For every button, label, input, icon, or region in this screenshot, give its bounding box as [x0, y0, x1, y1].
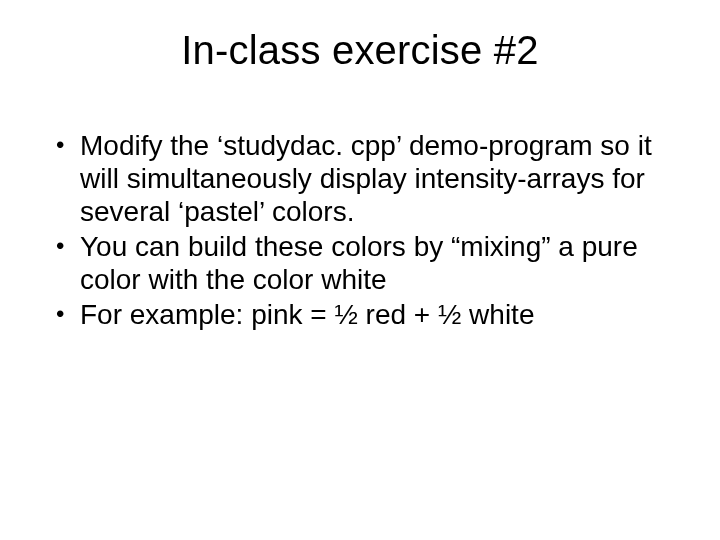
bullet-list: Modify the ‘studydac. cpp’ demo-program …: [40, 129, 680, 331]
bullet-item: For example: pink = ½ red + ½ white: [50, 298, 670, 331]
bullet-item: You can build these colors by “mixing” a…: [50, 230, 670, 296]
bullet-item: Modify the ‘studydac. cpp’ demo-program …: [50, 129, 670, 228]
slide-title: In-class exercise #2: [40, 28, 680, 73]
slide: In-class exercise #2 Modify the ‘studyda…: [0, 0, 720, 540]
